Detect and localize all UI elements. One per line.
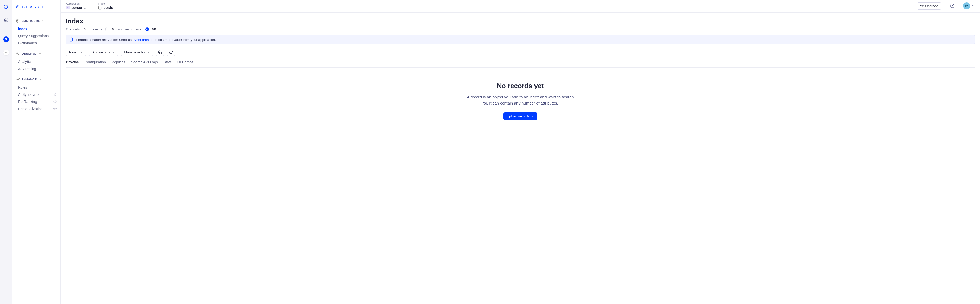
home-icon[interactable] (3, 16, 10, 23)
svg-point-3 (5, 52, 7, 53)
sidebar-brand: SEARCH (12, 5, 60, 14)
svg-point-7 (17, 20, 18, 21)
content: Index # records 0 # events 0 avg. record… (60, 13, 980, 304)
svg-point-15 (106, 28, 108, 29)
index-value: posts (103, 6, 113, 10)
svg-point-6 (17, 6, 18, 8)
help-icon (950, 3, 955, 8)
section-label: CONFIGURE (22, 19, 40, 22)
copy-icon (158, 50, 162, 54)
sidebar-item-ab-testing[interactable]: A/B Testing (12, 65, 60, 73)
selector-icon (88, 6, 91, 10)
manage-index-button[interactable]: Manage index (121, 49, 153, 56)
sidebar-item-analytics[interactable]: Analytics (12, 58, 60, 65)
svg-marker-8 (54, 93, 57, 96)
tabs: Browse Configuration Replicas Search API… (66, 60, 975, 68)
application-selector[interactable]: Application PE personal (66, 2, 91, 10)
brand-logo-icon (3, 4, 9, 10)
tab-ui-demos[interactable]: UI Demos (177, 60, 193, 67)
sidebar-item-query-suggestions[interactable]: Query Suggestions (12, 32, 60, 40)
new-button[interactable]: New... (66, 49, 86, 56)
tab-replicas[interactable]: Replicas (111, 60, 126, 67)
app-rail (0, 0, 12, 304)
empty-state: No records yet A record is an object you… (66, 68, 975, 125)
application-value: personal (72, 6, 86, 10)
chevron-down-icon (80, 51, 83, 54)
database-icon (98, 6, 102, 10)
gear-icon (16, 19, 19, 22)
refresh-button[interactable] (167, 49, 175, 56)
sidebar-item-index[interactable]: Index (12, 25, 60, 32)
action-row: New... Add records Manage index (66, 49, 975, 56)
sidebar-item-rules[interactable]: Rules (12, 84, 60, 91)
rail-add-bubble[interactable] (3, 50, 9, 55)
svg-point-11 (99, 6, 101, 7)
chevron-down-icon (112, 51, 115, 54)
section-label: ENHANCE (22, 78, 37, 81)
section-configure[interactable]: CONFIGURE (12, 17, 60, 24)
empty-body: A record is an object you add to an inde… (466, 94, 574, 106)
svg-marker-9 (54, 100, 57, 103)
tab-configuration[interactable]: Configuration (84, 60, 106, 67)
section-label: OBSERVE (22, 52, 37, 55)
database-icon (69, 38, 73, 41)
page-title: Index (66, 17, 975, 25)
selector-icon (115, 6, 118, 10)
event-data-banner: Enhance search relevance! Send us event … (66, 35, 975, 44)
star-icon (53, 100, 57, 103)
svg-rect-17 (160, 52, 162, 54)
chevron-down-icon (531, 115, 534, 118)
application-label: Application (66, 2, 91, 5)
rail-search-bubble[interactable] (3, 36, 9, 42)
svg-point-1 (5, 38, 7, 40)
svg-marker-10 (54, 107, 57, 110)
avg-record-size: 0B (152, 27, 156, 31)
star-icon (53, 93, 57, 96)
chevron-down-icon (147, 51, 150, 54)
copy-button[interactable] (156, 49, 164, 56)
account-menu[interactable]: IM (963, 2, 975, 10)
upgrade-button[interactable]: Upgrade (917, 2, 942, 10)
trending-up-icon (16, 78, 19, 81)
help-button[interactable] (949, 2, 956, 10)
index-selector[interactable]: Index posts (98, 2, 117, 10)
section-observe[interactable]: OBSERVE (12, 50, 60, 57)
star-icon (53, 107, 57, 111)
records-count: 0 (84, 27, 85, 31)
empty-title: No records yet (71, 82, 970, 90)
application-badge: PE (66, 6, 70, 10)
sidebar-brand-text: SEARCH (22, 5, 46, 9)
activity-icon (16, 52, 19, 55)
event-data-link[interactable]: event data (133, 38, 149, 41)
section-enhance[interactable]: ENHANCE (12, 76, 60, 83)
chevron-down-icon (38, 52, 41, 55)
svg-line-2 (7, 40, 8, 41)
refresh-icon (169, 50, 173, 54)
svg-line-4 (6, 53, 7, 54)
events-count: 0 (112, 27, 114, 31)
sidebar: SEARCH CONFIGURE Index Query Suggestions… (12, 0, 60, 304)
index-label: Index (98, 2, 117, 5)
topbar: Application PE personal Index posts Upgr… (60, 0, 980, 13)
main: Application PE personal Index posts Upgr… (60, 0, 980, 304)
star-icon (920, 4, 924, 8)
avatar: IM (963, 2, 970, 10)
stats-row: # records 0 # events 0 avg. record size … (66, 27, 975, 31)
add-records-button[interactable]: Add records (89, 49, 118, 56)
chevron-down-icon (42, 19, 45, 22)
sidebar-item-re-ranking[interactable]: Re-Ranking (12, 98, 60, 105)
svg-point-16 (70, 38, 73, 39)
chevron-down-icon (39, 78, 42, 81)
upload-records-button[interactable]: Upload records (503, 112, 537, 120)
svg-marker-12 (920, 4, 923, 7)
tab-search-api-logs[interactable]: Search API Logs (131, 60, 158, 67)
sidebar-item-dictionaries[interactable]: Dictionaries (12, 40, 60, 47)
sidebar-item-ai-synonyms[interactable]: AI Synonyms (12, 91, 60, 98)
target-icon (16, 5, 19, 9)
check-badge-icon (145, 27, 149, 31)
tab-browse[interactable]: Browse (66, 60, 79, 67)
chevron-down-icon (971, 4, 975, 8)
database-icon (105, 27, 109, 31)
sidebar-item-personalization[interactable]: Personalization (12, 105, 60, 112)
tab-stats[interactable]: Stats (164, 60, 172, 67)
